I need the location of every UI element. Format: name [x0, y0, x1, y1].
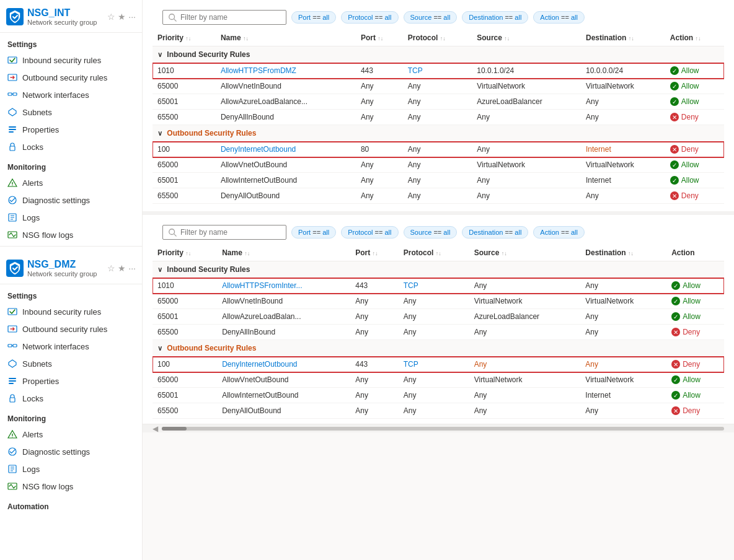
nsg2-search-box[interactable]	[162, 225, 286, 240]
nsg1-port-filter[interactable]: Port == all	[291, 11, 336, 24]
rule-name-link[interactable]: DenyInternetOutbound	[222, 360, 297, 369]
sidebar-item-locks1[interactable]: Locks	[0, 138, 142, 155]
col-action2[interactable]: Action	[666, 245, 724, 261]
name-cell[interactable]: AllowVnetInBound	[217, 294, 350, 309]
col-action1[interactable]: Action ↑↓	[665, 30, 724, 46]
table-row[interactable]: 1010 AllowHTTPSFromInter... 443 TCP Any …	[153, 278, 724, 294]
col-protocol1[interactable]: Protocol ↑↓	[403, 30, 472, 46]
name-cell[interactable]: AllowHTTPSFromDMZ	[216, 63, 356, 79]
inbound-section-header[interactable]: ∨ Inbound Security Rules	[153, 261, 724, 278]
sidebar-item-props2[interactable]: Properties	[0, 372, 142, 390]
col-priority1[interactable]: Priority ↑↓	[153, 30, 216, 46]
nsg2-filter-input[interactable]	[180, 228, 280, 237]
nsg1-filter-input[interactable]	[180, 13, 280, 22]
table-row[interactable]: 65001 AllowAzureLoadBalance... Any Any A…	[153, 94, 724, 110]
sidebar-item-nsgflow1[interactable]: NSG flow logs	[0, 226, 142, 243]
sidebar-item-inbound2[interactable]: Inbound security rules	[0, 303, 142, 320]
sidebar-item-outbound1[interactable]: Outbound security rules	[0, 69, 142, 86]
col-port2[interactable]: Port ↑↓	[350, 245, 398, 261]
table-row[interactable]: 65500 DenyAllOutBound Any Any Any Any ✕D…	[153, 403, 724, 419]
table-row[interactable]: 65000 AllowVnetOutBound Any Any VirtualN…	[153, 157, 724, 173]
table-row[interactable]: 65500 DenyAllInBound Any Any Any Any ✕De…	[153, 325, 724, 340]
nsg1-more-icon[interactable]: ···	[128, 12, 136, 22]
inbound-section-header[interactable]: ∨ Inbound Security Rules	[153, 46, 724, 63]
nsg2-more-icon[interactable]: ···	[128, 263, 136, 273]
rule-name-link[interactable]: AllowHTTPSFromDMZ	[221, 66, 296, 75]
nsg2-favorite-icon[interactable]: ☆	[107, 263, 115, 273]
nsg1-action-filter[interactable]: Action == all	[533, 11, 585, 24]
sidebar-item-netif1[interactable]: Network interfaces	[0, 86, 142, 103]
outbound-section-header[interactable]: ∨ Outbound Security Rules	[153, 125, 724, 142]
nsg2-source-filter[interactable]: Source == all	[404, 226, 458, 238]
table-row[interactable]: 65000 AllowVnetInBound Any Any VirtualNe…	[153, 79, 724, 94]
col-source1[interactable]: Source ↑↓	[472, 30, 581, 46]
nsg1-pin-icon[interactable]: ★	[118, 12, 126, 22]
nsg2-dest-filter[interactable]: Destination == all	[462, 226, 528, 238]
nsg1-dest-filter[interactable]: Destination == all	[462, 11, 528, 24]
name-cell[interactable]: DenyInternetOutbound	[217, 357, 350, 372]
sidebar-item-logs2[interactable]: Logs	[0, 460, 142, 478]
rule-name-link[interactable]: AllowHTTPSFromInter...	[222, 281, 302, 290]
nsg2-name[interactable]: NSG_DMZ	[27, 259, 97, 270]
scrollbar-track[interactable]	[162, 427, 724, 431]
name-cell[interactable]: AllowVnetOutBound	[217, 372, 350, 388]
name-cell[interactable]: AllowAzureLoadBalance...	[216, 94, 356, 110]
table-row[interactable]: 1010 AllowHTTPSFromDMZ 443 TCP 10.0.1.0/…	[153, 63, 724, 79]
name-cell[interactable]: AllowHTTPSFromInter...	[217, 278, 350, 294]
col-name1[interactable]: Name ↑↓	[216, 30, 356, 46]
nsg2-action-filter[interactable]: Action == all	[533, 226, 585, 238]
table-row[interactable]: 65000 AllowVnetInBound Any Any VirtualNe…	[153, 294, 724, 309]
sidebar-item-alerts1[interactable]: Alerts	[0, 174, 142, 191]
rule-name-link[interactable]: DenyInternetOutbound	[221, 145, 296, 154]
sidebar-item-logs1[interactable]: Logs	[0, 209, 142, 226]
sidebar-item-props1[interactable]: Properties	[0, 121, 142, 138]
sidebar-item-netif2[interactable]: Network interfaces	[0, 338, 142, 355]
name-cell[interactable]: AllowVnetInBound	[216, 79, 356, 94]
table-row[interactable]: 65001 AllowInternetOutBound Any Any Any …	[153, 173, 724, 188]
name-cell[interactable]: AllowInternetOutBound	[216, 173, 356, 188]
outbound-section-header[interactable]: ∨ Outbound Security Rules	[153, 340, 724, 357]
col-priority2[interactable]: Priority ↑↓	[153, 245, 217, 261]
col-port1[interactable]: Port ↑↓	[356, 30, 403, 46]
col-source2[interactable]: Source ↑↓	[469, 245, 581, 261]
name-cell[interactable]: DenyAllInBound	[216, 110, 356, 125]
col-name2[interactable]: Name ↑↓	[217, 245, 350, 261]
nsg1-search-box[interactable]	[162, 10, 286, 25]
sidebar-item-alerts2[interactable]: Alerts	[0, 426, 142, 443]
horizontal-scrollbar[interactable]: ◀	[143, 424, 734, 432]
nsg2-protocol-filter[interactable]: Protocol == all	[341, 226, 398, 238]
sidebar-item-inbound1[interactable]: Inbound security rules	[0, 51, 142, 69]
nsg2-pin-icon[interactable]: ★	[118, 263, 126, 273]
sidebar-item-locks2[interactable]: Locks	[0, 390, 142, 407]
table-row[interactable]: 100 DenyInternetOutbound 80 Any Any Inte…	[153, 142, 724, 157]
table-row[interactable]: 65000 AllowVnetOutBound Any Any VirtualN…	[153, 372, 724, 388]
table-row[interactable]: 65001 AllowInternetOutBound Any Any Any …	[153, 388, 724, 403]
nsg1-protocol-filter[interactable]: Protocol == all	[341, 11, 398, 24]
table-row[interactable]: 65500 DenyAllInBound Any Any Any Any ✕De…	[153, 110, 724, 125]
name-cell[interactable]: AllowAzureLoadBalan...	[217, 309, 350, 325]
nsg1-favorite-icon[interactable]: ☆	[107, 12, 115, 22]
scrollbar-thumb[interactable]	[162, 427, 187, 431]
nsg1-name[interactable]: NSG_INT	[27, 7, 97, 19]
name-cell[interactable]: AllowInternetOutBound	[217, 388, 350, 403]
col-protocol2[interactable]: Protocol ↑↓	[399, 245, 469, 261]
sidebar-item-nsgflow2[interactable]: NSG flow logs	[0, 478, 142, 495]
name-cell[interactable]: DenyInternetOutbound	[216, 142, 356, 157]
sidebar-item-outbound2[interactable]: Outbound security rules	[0, 320, 142, 338]
nsg2-port-filter[interactable]: Port == all	[291, 226, 336, 238]
sidebar-item-subnets1[interactable]: Subnets	[0, 103, 142, 121]
nsg1-source-filter[interactable]: Source == all	[404, 11, 458, 24]
sidebar-item-diag2[interactable]: Diagnostic settings	[0, 443, 142, 460]
name-cell[interactable]: DenyAllOutBound	[217, 403, 350, 419]
sidebar-item-diag1[interactable]: Diagnostic settings	[0, 191, 142, 209]
table-row[interactable]: 65001 AllowAzureLoadBalan... Any Any Azu…	[153, 309, 724, 325]
name-cell[interactable]: AllowVnetOutBound	[216, 157, 356, 173]
name-cell[interactable]: DenyAllOutBound	[216, 188, 356, 204]
name-cell[interactable]: DenyAllInBound	[217, 325, 350, 340]
sidebar-item-subnets2[interactable]: Subnets	[0, 355, 142, 372]
scroll-left-btn[interactable]: ◀	[153, 424, 158, 433]
table-row[interactable]: 100 DenyInternetOutbound 443 TCP Any Any…	[153, 357, 724, 372]
col-destination1[interactable]: Destination ↑↓	[581, 30, 665, 46]
table-row[interactable]: 65500 DenyAllOutBound Any Any Any Any ✕D…	[153, 188, 724, 204]
col-destination2[interactable]: Destination ↑↓	[580, 245, 666, 261]
